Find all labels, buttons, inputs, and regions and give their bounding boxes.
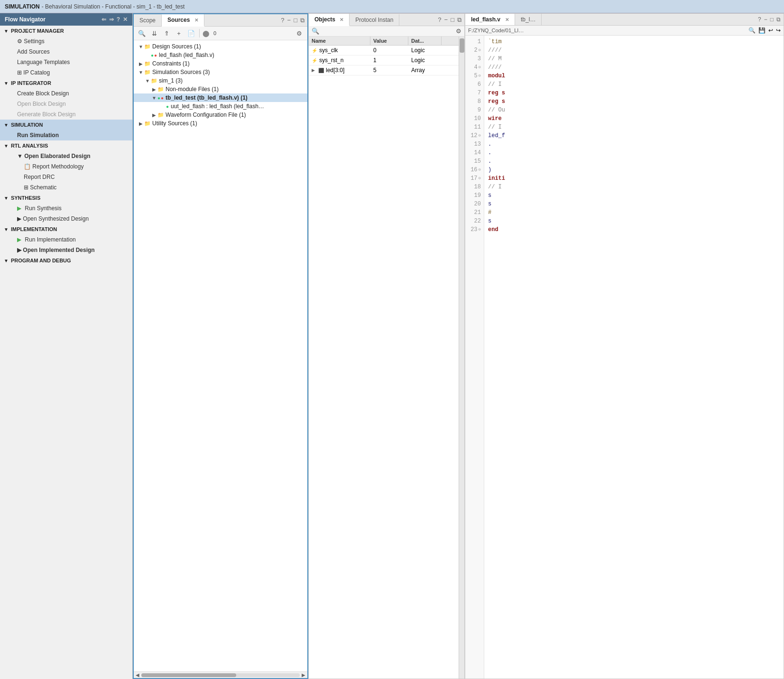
sidebar-item-run-implementation[interactable]: ▶ Run Implementation	[0, 234, 132, 245]
obj-row-sys-clk[interactable]: ⚡ sys_clk 0 Logic	[309, 46, 459, 56]
sources-tree: ▼ 📁 Design Sources (1) ● ● led_flash (le…	[134, 40, 307, 671]
tree-item-utility-sources[interactable]: ▶ 📁 Utility Sources (1)	[134, 119, 307, 128]
collapse-all-icon[interactable]: ⇊	[149, 28, 159, 38]
tree-item-constraints[interactable]: ▶ 📁 Constraints (1)	[134, 59, 307, 68]
editor-tab1-close[interactable]: ✕	[505, 17, 509, 22]
fn-icon-right[interactable]: ⇒	[109, 16, 114, 23]
objects-minimize-icon[interactable]: −	[444, 16, 448, 23]
sidebar-item-schematic[interactable]: ⊞ Schematic	[0, 182, 132, 193]
section-implementation[interactable]: ▼ IMPLEMENTATION	[0, 224, 132, 234]
tab-protocol[interactable]: Protocol Instan	[350, 14, 399, 26]
led-expand-icon[interactable]: ▶	[312, 68, 315, 73]
fold-12[interactable]: ⊖	[479, 131, 481, 140]
fold-4[interactable]: ⊖	[479, 63, 481, 72]
sidebar-item-open-block-design[interactable]: Open Block Design	[0, 99, 132, 109]
tab-objects[interactable]: Objects ✕	[309, 14, 350, 26]
objects-help-icon[interactable]: ?	[438, 16, 441, 23]
scroll-track[interactable]	[141, 673, 300, 677]
impl-arrow: ▼	[4, 227, 9, 232]
editor-maximize-icon[interactable]: ⧉	[776, 16, 781, 23]
sidebar-item-add-sources[interactable]: Add Sources	[0, 47, 132, 57]
editor-search-icon[interactable]: 🔍	[748, 27, 756, 34]
sources-maximize-icon[interactable]: ⧉	[300, 17, 304, 24]
file-icon[interactable]: 📄	[186, 28, 196, 38]
tree-item-non-module[interactable]: ▶ 📁 Non-module Files (1)	[134, 85, 307, 93]
fold-2[interactable]: ⊖	[479, 46, 481, 55]
objects-tab-close[interactable]: ✕	[340, 17, 343, 22]
sim1-arrow[interactable]: ▼	[144, 78, 151, 84]
sidebar-item-open-synthesized-design[interactable]: ▶ Open Synthesized Design	[0, 214, 132, 224]
code-content[interactable]: `tim //// // M //// modul // I reg s reg…	[484, 36, 784, 679]
sidebar-item-settings[interactable]: ⚙ Settings	[0, 36, 132, 47]
sources-minimize-icon[interactable]: −	[287, 17, 291, 24]
sidebar-item-generate-block-design[interactable]: Generate Block Design	[0, 109, 132, 120]
editor-minimize-icon[interactable]: −	[764, 16, 767, 23]
objects-panel-tabs: Objects ✕ Protocol Instan ? − □ ⧉	[309, 14, 464, 26]
sidebar-item-report-drc[interactable]: Report DRC	[0, 172, 132, 182]
editor-save-icon[interactable]: 💾	[758, 27, 766, 34]
fold-16[interactable]: ⊖	[479, 166, 481, 174]
sources-restore-icon[interactable]: □	[294, 17, 297, 24]
tree-item-design-sources[interactable]: ▼ 📁 Design Sources (1)	[134, 42, 307, 51]
fn-icon-question[interactable]: ?	[117, 16, 120, 23]
sidebar-item-open-implemented-design[interactable]: ▶ Open Implemented Design	[0, 245, 132, 255]
obj-row-led[interactable]: ▶ ⬛ led[3:0] 5 Array	[309, 65, 459, 75]
waveform-arrow[interactable]: ▶	[151, 112, 157, 118]
prog-label: PROGRAM AND DEBUG	[11, 258, 71, 263]
tab-sources[interactable]: Sources ✕	[162, 14, 204, 27]
sidebar-item-open-elaborated-design[interactable]: ▼ Open Elaborated Design	[0, 151, 132, 161]
tree-item-waveform[interactable]: ▶ 📁 Waveform Configuration File (1)	[134, 111, 307, 119]
tree-item-tb-led-test[interactable]: ▼ ● ● tb_led_test (tb_led_flash.v) (1)	[134, 93, 307, 102]
section-program-debug[interactable]: ▼ PROGRAM AND DEBUG	[0, 255, 132, 266]
tab-scope[interactable]: Scope	[134, 15, 162, 26]
scroll-right-arrow[interactable]: ▶	[302, 672, 305, 678]
editor-undo-icon[interactable]: ↩	[768, 27, 773, 34]
tree-item-sim1[interactable]: ▼ 📁 sim_1 (3)	[134, 76, 307, 85]
sidebar-item-run-synthesis[interactable]: ▶ Run Synthesis	[0, 203, 132, 214]
sim-sources-arrow[interactable]: ▼	[138, 70, 144, 75]
sources-help-icon[interactable]: ?	[281, 17, 284, 24]
sidebar-item-report-methodology[interactable]: 📋 Report Methodology	[0, 161, 132, 172]
search-icon[interactable]: 🔍	[137, 28, 147, 38]
tb-led-test-arrow[interactable]: ▼	[151, 95, 157, 101]
tree-item-uut[interactable]: ● uut_led_flash : led_flash (led_flash…	[134, 102, 307, 111]
editor-restore-icon[interactable]: □	[770, 16, 774, 23]
section-synthesis[interactable]: ▼ SYNTHESIS	[0, 193, 132, 203]
sidebar-item-create-block-design[interactable]: Create Block Design	[0, 88, 132, 99]
objects-search-icon[interactable]: 🔍	[312, 28, 319, 35]
expand-all-icon[interactable]: ⇑	[161, 28, 172, 38]
fold-23[interactable]: ⊖	[479, 225, 481, 234]
fn-icon-left[interactable]: ⇐	[101, 16, 106, 23]
sidebar-item-language-templates[interactable]: Language Templates	[0, 57, 132, 67]
objects-restore-icon[interactable]: □	[451, 16, 454, 23]
tree-item-simulation-sources[interactable]: ▼ 📁 Simulation Sources (3)	[134, 68, 307, 76]
sidebar-item-run-simulation[interactable]: Run Simulation	[0, 130, 132, 140]
tree-item-led-flash[interactable]: ● ● led_flash (led_flash.v)	[134, 51, 307, 59]
design-sources-arrow[interactable]: ▼	[138, 44, 144, 49]
editor-tab-tb[interactable]: tb_l…	[515, 14, 542, 25]
objects-maximize-icon[interactable]: ⧉	[457, 16, 461, 24]
constraints-arrow[interactable]: ▶	[138, 61, 144, 66]
section-ip-integrator[interactable]: ▼ IP INTEGRATOR	[0, 78, 132, 88]
scroll-left-arrow[interactable]: ◀	[136, 672, 139, 678]
section-simulation[interactable]: ▼ SIMULATION	[0, 120, 132, 130]
fold-17[interactable]: ⊖	[479, 174, 481, 183]
editor-help-icon[interactable]: ?	[758, 16, 761, 23]
section-project-manager[interactable]: ▼ PROJECT MANAGER	[0, 26, 132, 36]
section-rtl-analysis[interactable]: ▼ RTL ANALYSIS	[0, 140, 132, 151]
obj-row-sys-rst-n[interactable]: ⚡ sys_rst_n 1 Logic	[309, 56, 459, 65]
utility-arrow[interactable]: ▶	[138, 121, 144, 126]
toolbar-gear-icon[interactable]: ⚙	[294, 28, 304, 38]
objects-scroll-thumb[interactable]	[460, 38, 464, 53]
editor-redo-icon[interactable]: ↪	[776, 27, 781, 34]
ip-int-arrow: ▼	[4, 81, 9, 86]
flow-navigator-header-icons[interactable]: ⇐ ⇒ ? ✕	[101, 16, 128, 23]
objects-gear-icon[interactable]: ⚙	[456, 28, 461, 35]
fn-icon-close[interactable]: ✕	[123, 16, 128, 23]
editor-tab-led-flash[interactable]: led_flash.v ✕	[465, 14, 515, 25]
fold-5[interactable]: ⊖	[479, 72, 481, 80]
sidebar-item-ip-catalog[interactable]: ⊞ IP Catalog	[0, 67, 132, 78]
add-icon[interactable]: +	[174, 28, 184, 38]
sources-tab-close[interactable]: ✕	[194, 18, 198, 23]
non-module-arrow[interactable]: ▶	[151, 87, 157, 92]
